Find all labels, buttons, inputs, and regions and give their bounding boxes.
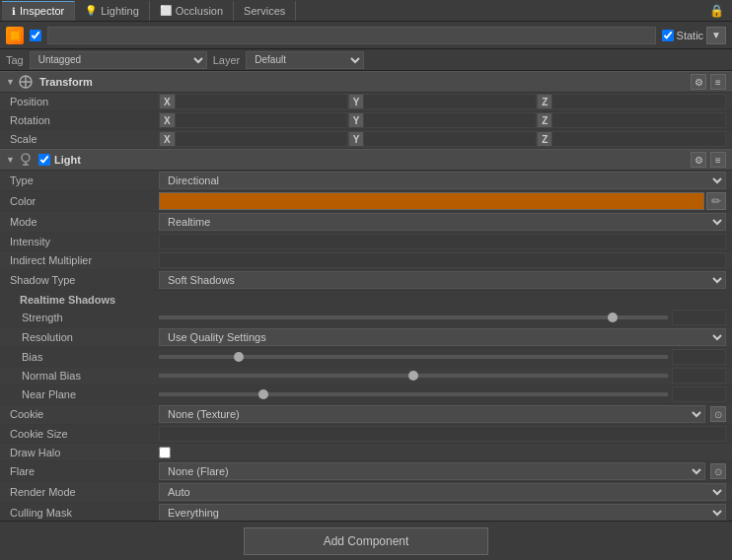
pos-y-input[interactable]: 3	[364, 94, 537, 109]
tab-lighting[interactable]: 💡 Lighting	[75, 1, 150, 21]
tab-occlusion-label: Occlusion	[176, 5, 223, 17]
scale-z-label: Z	[537, 131, 552, 147]
rotation-label: Rotation	[6, 114, 159, 126]
light-settings-icon[interactable]: ⚙	[691, 152, 706, 168]
layer-select[interactable]: Default	[246, 51, 364, 69]
cookie-size-input[interactable]: 10	[159, 426, 726, 442]
light-menu-icon[interactable]: ≡	[710, 152, 726, 168]
tab-inspector[interactable]: ℹ Inspector	[2, 1, 75, 21]
light-enabled-checkbox[interactable]	[38, 154, 50, 166]
draw-halo-value	[159, 447, 726, 458]
resolution-select[interactable]: Use Quality Settings	[159, 328, 726, 346]
position-row: Position X 0 Y 3 Z 0	[0, 93, 732, 111]
cookie-select[interactable]: None (Texture)	[159, 405, 705, 423]
tag-select[interactable]: Untagged	[30, 51, 207, 69]
scale-x-label: X	[159, 131, 176, 147]
type-value: Directional	[159, 172, 726, 189]
object-enabled-checkbox[interactable]	[30, 30, 41, 41]
color-picker-icon[interactable]: ✏	[706, 192, 726, 210]
scale-z-input[interactable]: 1	[552, 131, 726, 147]
tab-occlusion[interactable]: ⬜ Occlusion	[150, 1, 234, 21]
cookie-row: Cookie None (Texture) ⊙	[0, 404, 732, 425]
bias-value: 0.05	[159, 349, 726, 365]
tag-layer-row: Tag Untagged Layer Default	[0, 49, 732, 71]
object-enabled-check[interactable]	[30, 30, 41, 41]
pos-x-input[interactable]: 0	[176, 94, 348, 109]
shadow-type-select[interactable]: Soft Shadows	[159, 271, 726, 289]
lock-icon[interactable]: 🔒	[703, 4, 730, 18]
near-plane-slider[interactable]	[159, 392, 668, 396]
resolution-label: Resolution	[6, 331, 159, 343]
near-plane-value: 0.2	[159, 386, 726, 402]
rotation-row: Rotation X 50 Y -30 Z 0	[0, 111, 732, 130]
scale-x-input[interactable]: 1	[176, 131, 348, 147]
normal-bias-label: Normal Bias	[6, 370, 159, 382]
flare-label: Flare	[6, 465, 159, 477]
add-component-button[interactable]: Add Component	[244, 527, 489, 555]
resolution-row: Resolution Use Quality Settings	[0, 327, 732, 348]
normal-bias-value: 0.4	[159, 368, 726, 384]
rot-x-input[interactable]: 50	[176, 112, 348, 128]
static-dropdown[interactable]: ▼	[706, 27, 726, 44]
near-plane-input[interactable]: 0.2	[672, 386, 726, 402]
transform-settings-icon[interactable]: ⚙	[691, 74, 706, 90]
color-value: ✏	[159, 192, 726, 210]
bias-slider[interactable]	[159, 355, 668, 359]
layer-label: Layer	[213, 54, 241, 66]
rot-z-label: Z	[537, 112, 552, 128]
normal-bias-input[interactable]: 0.4	[672, 368, 726, 384]
transform-menu-icon[interactable]: ≡	[710, 74, 726, 90]
cookie-picker-icon[interactable]: ⊙	[710, 406, 726, 422]
scale-label: Scale	[6, 133, 159, 145]
strength-value: 1	[159, 310, 726, 325]
intensity-value: 1	[159, 234, 726, 249]
type-label: Type	[6, 175, 159, 186]
shadow-type-value: Soft Shadows	[159, 271, 726, 289]
position-xyz: X 0 Y 3 Z 0	[159, 94, 726, 109]
mode-select[interactable]: Realtime	[159, 213, 726, 231]
flare-select[interactable]: None (Flare)	[159, 462, 705, 480]
transform-fold-arrow[interactable]: ▼	[6, 77, 15, 87]
tab-lighting-label: Lighting	[101, 5, 139, 17]
tab-services-label: Services	[244, 5, 285, 17]
scale-y-input[interactable]: 1	[364, 131, 537, 147]
shadow-type-label: Shadow Type	[6, 274, 159, 286]
render-mode-select[interactable]: Auto	[159, 483, 726, 501]
svg-point-5	[22, 154, 30, 162]
near-plane-label: Near Plane	[6, 388, 159, 400]
static-label: Static	[677, 30, 704, 41]
pos-x-label: X	[159, 94, 176, 109]
normal-bias-row: Normal Bias 0.4	[0, 367, 732, 385]
flare-picker-icon[interactable]: ⊙	[710, 463, 726, 479]
strength-input[interactable]: 1	[672, 310, 726, 325]
culling-mask-select[interactable]: Everything	[159, 504, 726, 521]
bias-input[interactable]: 0.05	[672, 349, 726, 365]
strength-label: Strength	[6, 312, 159, 323]
intensity-input[interactable]: 1	[159, 234, 726, 249]
static-checkbox[interactable]	[662, 30, 674, 41]
strength-slider[interactable]	[159, 315, 668, 319]
color-swatch[interactable]	[159, 192, 704, 210]
lighting-icon: 💡	[85, 5, 97, 16]
draw-halo-checkbox[interactable]	[159, 447, 171, 458]
cookie-size-label: Cookie Size	[6, 428, 159, 440]
rotation-xyz: X 50 Y -30 Z 0	[159, 112, 726, 128]
realtime-shadows-header: Realtime Shadows	[0, 291, 732, 309]
flare-row: Flare None (Flare) ⊙	[0, 461, 732, 482]
tab-bar: ℹ Inspector 💡 Lighting ⬜ Occlusion Servi…	[0, 0, 732, 22]
pos-z-input[interactable]: 0	[552, 94, 726, 109]
indirect-multiplier-input[interactable]: 1	[159, 252, 726, 268]
normal-bias-slider[interactable]	[159, 374, 668, 378]
transform-title: Transform	[39, 76, 687, 88]
type-select[interactable]: Directional	[159, 172, 726, 189]
bias-row: Bias 0.05	[0, 348, 732, 367]
light-fold-arrow[interactable]: ▼	[6, 155, 15, 165]
light-enabled-check[interactable]	[38, 154, 50, 166]
object-name-input[interactable]: Sun	[47, 27, 656, 44]
light-section-header: ▼ Light ⚙ ≡	[0, 149, 732, 171]
rot-y-input[interactable]: -30	[364, 112, 537, 128]
rot-z-input[interactable]: 0	[552, 112, 726, 128]
tab-inspector-label: Inspector	[20, 5, 64, 17]
tab-services[interactable]: Services	[234, 1, 296, 21]
culling-mask-row: Culling Mask Everything	[0, 503, 732, 521]
